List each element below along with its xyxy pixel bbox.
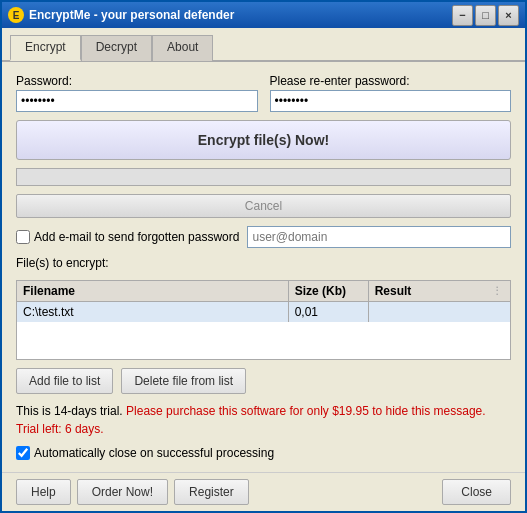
reenter-input[interactable] (270, 90, 512, 112)
tab-bar: Encrypt Decrypt About (2, 28, 525, 62)
register-button[interactable]: Register (174, 479, 249, 505)
reenter-label: Please re-enter password: (270, 74, 512, 88)
file-size-cell: 0,01 (289, 302, 369, 322)
minimize-button[interactable]: − (452, 5, 473, 26)
file-table: Filename Size (Kb) Result ⋮ C:\test.txt … (16, 280, 511, 360)
bottom-left-buttons: Help Order Now! Register (16, 479, 249, 505)
auto-close-row: Automatically close on successful proces… (16, 446, 511, 460)
files-label: File(s) to encrypt: (16, 256, 511, 270)
col-filename-header: Filename (17, 281, 289, 301)
add-file-button[interactable]: Add file to list (16, 368, 113, 394)
resize-handle[interactable]: ⋮ (492, 285, 504, 297)
email-checkbox[interactable] (16, 230, 30, 244)
tab-encrypt[interactable]: Encrypt (10, 35, 81, 61)
trial-message: This is 14-days trial. Please purchase t… (16, 402, 511, 438)
delete-file-button[interactable]: Delete file from list (121, 368, 246, 394)
file-result-cell (369, 302, 510, 322)
email-label-text: Add e-mail to send forgotten password (34, 230, 239, 244)
col-result-header: Result ⋮ (369, 281, 510, 301)
title-bar-left: E EncryptMe - your personal defender (8, 7, 234, 23)
main-window: E EncryptMe - your personal defender − □… (0, 0, 527, 513)
cancel-button[interactable]: Cancel (16, 194, 511, 218)
email-checkbox-label: Add e-mail to send forgotten password (16, 230, 239, 244)
email-row: Add e-mail to send forgotten password (16, 226, 511, 248)
file-buttons: Add file to list Delete file from list (16, 368, 511, 394)
auto-close-checkbox[interactable] (16, 446, 30, 460)
password-label: Password: (16, 74, 258, 88)
window-close-button[interactable]: × (498, 5, 519, 26)
file-table-body: C:\test.txt 0,01 (17, 302, 510, 322)
email-input[interactable] (247, 226, 511, 248)
order-button[interactable]: Order Now! (77, 479, 168, 505)
col-size-header: Size (Kb) (289, 281, 369, 301)
maximize-button[interactable]: □ (475, 5, 496, 26)
encrypt-button[interactable]: Encrypt file(s) Now! (16, 120, 511, 160)
password-input[interactable] (16, 90, 258, 112)
app-icon: E (8, 7, 24, 23)
file-table-header: Filename Size (Kb) Result ⋮ (17, 281, 510, 302)
progress-bar (16, 168, 511, 186)
password-field-group: Password: (16, 74, 258, 112)
close-button[interactable]: Close (442, 479, 511, 505)
bottom-buttons-bar: Help Order Now! Register Close (2, 472, 525, 511)
window-title: EncryptMe - your personal defender (29, 8, 234, 22)
table-row: C:\test.txt 0,01 (17, 302, 510, 322)
tab-about[interactable]: About (152, 35, 213, 61)
tab-decrypt[interactable]: Decrypt (81, 35, 152, 61)
title-bar: E EncryptMe - your personal defender − □… (2, 2, 525, 28)
password-row: Password: Please re-enter password: (16, 74, 511, 112)
title-bar-buttons: − □ × (452, 5, 519, 26)
reenter-field-group: Please re-enter password: (270, 74, 512, 112)
trial-normal-text: This is 14-days trial. (16, 404, 126, 418)
help-button[interactable]: Help (16, 479, 71, 505)
auto-close-label: Automatically close on successful proces… (34, 446, 274, 460)
file-name-cell: C:\test.txt (17, 302, 289, 322)
tab-content: Password: Please re-enter password: Encr… (2, 62, 525, 472)
